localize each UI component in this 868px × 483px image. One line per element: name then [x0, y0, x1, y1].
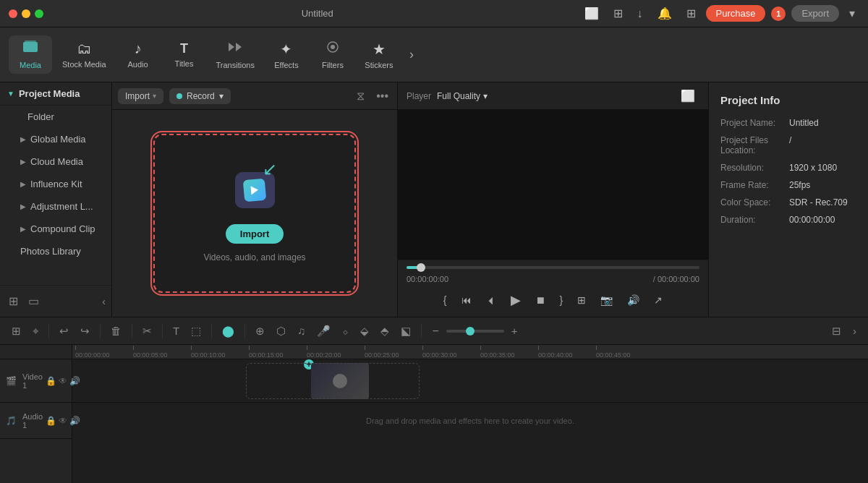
ruler-mark-6: 00:00:30:00 [422, 346, 480, 359]
timeline-tracks-left: 🎬 Video 1 🔒 👁 🔊 🎵 Audio 1 🔒 👁 🔊 [0, 345, 72, 483]
compound-clip-item[interactable]: ▶ Compound Clip [0, 218, 111, 240]
duration-row: Duration: 00:00:00:00 [720, 215, 856, 225]
zoom-slider[interactable] [446, 330, 504, 333]
mask-tool-icon[interactable]: ⬡ [272, 322, 290, 340]
voiceover-icon[interactable]: ↗ [651, 291, 665, 309]
play-button[interactable]: ▶ [508, 289, 524, 311]
project-info-title: Project Info [720, 94, 856, 106]
apps-icon[interactable]: ⊞ [682, 5, 700, 22]
chevron-down-icon[interactable]: ▾ [845, 5, 859, 22]
grid-icon[interactable]: ⊞ [609, 5, 627, 22]
toolbar-effects[interactable]: ✦ Effects [265, 36, 308, 74]
audio-tool-icon[interactable]: ♫ [293, 322, 310, 339]
delete-button[interactable]: 🗑 [106, 322, 126, 339]
adjustment-layer-item[interactable]: ▶ Adjustment L... [0, 195, 111, 218]
crop-tool-button[interactable]: ⬚ [187, 322, 205, 340]
import-action-button[interactable]: Import [226, 224, 284, 244]
export-button[interactable]: Export [791, 5, 839, 22]
filters-icon [325, 40, 341, 58]
eye-icon[interactable]: 👁 [59, 376, 67, 386]
merge-button[interactable]: ⬘ [376, 322, 393, 340]
influence-kit-item[interactable]: ▶ Influence Kit [0, 173, 111, 195]
resolution-label: Resolution: [720, 163, 789, 173]
ruler-mark-7: 00:00:35:00 [480, 346, 538, 359]
toolbar-media[interactable]: Media [9, 35, 52, 74]
settings-icon[interactable]: › [848, 322, 861, 339]
fullscreen-icon[interactable]: ⬜ [676, 87, 699, 104]
player-progress-bar[interactable] [407, 266, 699, 269]
trim-button[interactable]: ⬙ [356, 322, 373, 340]
mark-in-button[interactable]: { [441, 291, 450, 309]
head-tracking-icon[interactable]: ⬤ [218, 322, 239, 340]
cast-icon[interactable]: ⬜ [580, 5, 603, 22]
global-media-item[interactable]: ▶ Global Media [0, 128, 111, 150]
timeline-magnet-icon[interactable]: ⌖ [28, 322, 43, 340]
record-label: Record [187, 91, 215, 101]
video-drop-zone[interactable] [246, 363, 420, 399]
audio-eye-icon[interactable]: 👁 [59, 416, 67, 426]
ruler-label-3: 00:00:15:00 [249, 351, 284, 359]
add-folder-icon[interactable]: ⊞ [6, 291, 21, 311]
more-options-icon[interactable]: ••• [373, 87, 391, 106]
mark-out-button[interactable]: } [557, 291, 566, 309]
progress-handle[interactable] [417, 263, 425, 272]
prev-frame-button[interactable]: ⏮ [459, 291, 475, 309]
filter-icon[interactable]: ⧖ [354, 87, 367, 106]
quality-selector[interactable]: Full Quality ▾ [437, 91, 488, 101]
project-media-header[interactable]: ▼ Project Media [0, 82, 111, 106]
audio-track-icon: 🎵 [6, 416, 17, 426]
zoom-in-button[interactable]: + [507, 322, 522, 339]
toolbar-filters[interactable]: Filters [311, 35, 354, 74]
speed-tool-icon[interactable]: ⊕ [251, 322, 269, 340]
audio-lock-icon[interactable]: 🔒 [46, 416, 56, 426]
import-button[interactable]: Import ▾ [118, 88, 163, 104]
folder-item[interactable]: Folder [0, 106, 111, 128]
timeline-add-icon[interactable]: ⊞ [7, 322, 25, 340]
influence-kit-label: Influence Kit [30, 179, 82, 189]
collapse-panel-icon[interactable]: ‹ [102, 291, 106, 311]
more-icon[interactable]: › [404, 44, 420, 65]
lock-icon[interactable]: 🔒 [46, 376, 56, 386]
toolbar-stickers[interactable]: ★ Stickers [357, 36, 401, 74]
stop-button[interactable]: ⏹ [532, 291, 548, 309]
volume-icon[interactable]: 🔊 [624, 291, 642, 309]
ruler-mark-2: 00:00:10:00 [191, 346, 249, 359]
snapshot-icon[interactable]: 📷 [597, 291, 616, 309]
import-drop-zone[interactable]: ↙ Import Videos, audio, and images [153, 134, 356, 293]
ruler-tick-5 [365, 346, 365, 350]
download-icon[interactable]: ↓ [633, 6, 647, 22]
add-to-timeline-icon[interactable]: ⊞ [574, 291, 589, 309]
ruler-tick-2 [191, 346, 192, 350]
toolbar-transitions[interactable]: Transitions [209, 35, 262, 74]
project-name-value: Untitled [789, 118, 819, 128]
toolbar-audio[interactable]: ♪ Audio [116, 36, 160, 73]
cut-button[interactable]: ✂ [138, 322, 156, 340]
voice-tool-icon[interactable]: 🎤 [312, 322, 335, 340]
svg-point-5 [331, 45, 335, 49]
split-button[interactable]: ⬦ [338, 322, 353, 339]
redo-button[interactable]: ↪ [76, 322, 94, 340]
toolbar-titles[interactable]: T Titles [163, 37, 206, 72]
frame-rate-value: 25fps [789, 180, 810, 190]
media-toolbar: Import ▾ Record ▾ ⧖ ••• [112, 82, 397, 110]
purchase-button[interactable]: Purchase [706, 5, 766, 22]
zoom-out-button[interactable]: − [427, 322, 443, 340]
player-buttons: { ⏮ ⏴ ▶ ⏹ } ⊞ 📷 🔊 ↗ [407, 289, 699, 311]
cloud-media-item[interactable]: ▶ Cloud Media [0, 150, 111, 173]
step-back-button[interactable]: ⏴ [483, 291, 499, 309]
link-button[interactable]: ⬕ [396, 322, 415, 340]
close-button[interactable] [9, 9, 17, 18]
current-time: 00:00:00:00 [407, 275, 448, 283]
photos-library-item[interactable]: Photos Library [0, 240, 111, 262]
minimize-button[interactable] [22, 9, 30, 18]
bell-icon[interactable]: 🔔 [653, 5, 676, 22]
maximize-button[interactable] [35, 9, 43, 18]
remove-item-icon[interactable]: ▭ [25, 291, 42, 311]
text-tool-button[interactable]: T [169, 322, 184, 339]
toolbar-stock-media[interactable]: 🗂 Stock Media [55, 36, 114, 73]
grid-view-icon[interactable]: ⊟ [827, 322, 846, 340]
media-label: Media [20, 61, 41, 69]
record-button[interactable]: Record ▾ [169, 88, 231, 104]
undo-button[interactable]: ↩ [55, 322, 73, 340]
global-media-arrow-icon: ▶ [20, 135, 26, 143]
